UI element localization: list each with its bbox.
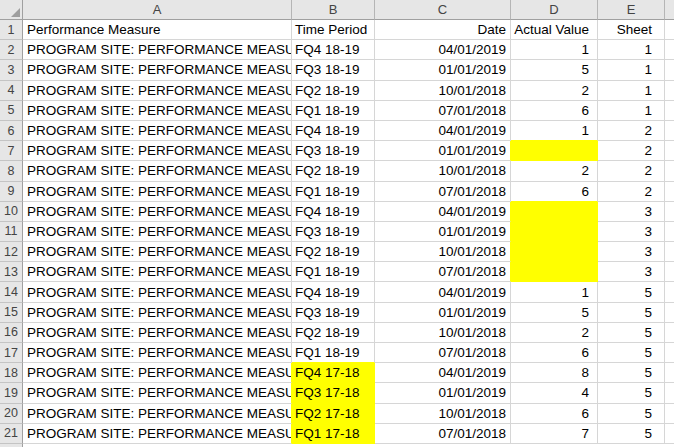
cell-A7[interactable]: PROGRAM SITE: PERFORMANCE MEASURE — [23, 141, 292, 161]
cell-C3[interactable]: 01/01/2019 — [375, 60, 511, 80]
cell-B4[interactable]: FQ2 18-19 — [292, 81, 375, 101]
cell-C21[interactable]: 07/01/2018 — [375, 424, 511, 444]
cell-C13[interactable]: 07/01/2018 — [375, 262, 511, 282]
cell-F17-partial[interactable] — [665, 343, 674, 363]
row-header-2[interactable]: 2 — [0, 40, 23, 60]
col-header-e[interactable]: E — [598, 0, 665, 20]
select-all-corner[interactable] — [0, 0, 23, 20]
cell-E8[interactable]: 2 — [598, 161, 665, 181]
cell-F5-partial[interactable] — [665, 101, 674, 121]
cell-A17[interactable]: PROGRAM SITE: PERFORMANCE MEASURE — [23, 343, 292, 363]
cell-C8[interactable]: 10/01/2018 — [375, 161, 511, 181]
cell-partial[interactable] — [511, 444, 598, 447]
row-header-8[interactable]: 8 — [0, 161, 23, 181]
cell-D13[interactable] — [511, 262, 598, 282]
cell-F6-partial[interactable] — [665, 121, 674, 141]
cell-D18[interactable]: 8 — [511, 363, 598, 383]
cell-D19[interactable]: 4 — [511, 383, 598, 403]
cell-F9-partial[interactable] — [665, 182, 674, 202]
cell-F11-partial[interactable] — [665, 222, 674, 242]
cell-B11[interactable]: FQ3 18-19 — [292, 222, 375, 242]
cell-B21[interactable]: FQ1 17-18 — [292, 424, 375, 444]
cell-D3[interactable]: 5 — [511, 60, 598, 80]
cell-E11[interactable]: 3 — [598, 222, 665, 242]
cell-A20[interactable]: PROGRAM SITE: PERFORMANCE MEASURE — [23, 404, 292, 424]
cell-D14[interactable]: 1 — [511, 282, 598, 302]
cell-E7[interactable]: 2 — [598, 141, 665, 161]
cell-C16[interactable]: 10/01/2018 — [375, 323, 511, 343]
row-header-11[interactable]: 11 — [0, 222, 23, 242]
cell-F2-partial[interactable] — [665, 40, 674, 60]
cell-A12[interactable]: PROGRAM SITE: PERFORMANCE MEASURE — [23, 242, 292, 262]
cell-D6[interactable]: 1 — [511, 121, 598, 141]
row-header-21[interactable]: 21 — [0, 424, 23, 444]
cell-B6[interactable]: FQ4 18-19 — [292, 121, 375, 141]
row-header-1[interactable]: 1 — [0, 20, 23, 40]
row-header-18[interactable]: 18 — [0, 363, 23, 383]
cell-A13[interactable]: PROGRAM SITE: PERFORMANCE MEASURE — [23, 262, 292, 282]
col-header-c[interactable]: C — [375, 0, 511, 20]
row-header-3[interactable]: 3 — [0, 60, 23, 80]
cell-A2[interactable]: PROGRAM SITE: PERFORMANCE MEASURE — [23, 40, 292, 60]
cell-C1[interactable]: Date — [375, 20, 511, 40]
row-header-6[interactable]: 6 — [0, 121, 23, 141]
cell-E1[interactable]: Sheet — [598, 20, 665, 40]
cell-A5[interactable]: PROGRAM SITE: PERFORMANCE MEASURE — [23, 101, 292, 121]
cell-F20-partial[interactable] — [665, 404, 674, 424]
row-header-19[interactable]: 19 — [0, 383, 23, 403]
cell-D9[interactable]: 6 — [511, 182, 598, 202]
cell-D10[interactable] — [511, 202, 598, 222]
cell-A19[interactable]: PROGRAM SITE: PERFORMANCE MEASURE — [23, 383, 292, 403]
row-header-9[interactable]: 9 — [0, 182, 23, 202]
cell-F21-partial[interactable] — [665, 424, 674, 444]
cell-C19[interactable]: 01/01/2019 — [375, 383, 511, 403]
cell-C11[interactable]: 01/01/2019 — [375, 222, 511, 242]
cell-F1-partial[interactable] — [665, 20, 674, 40]
cell-A10[interactable]: PROGRAM SITE: PERFORMANCE MEASURE — [23, 202, 292, 222]
col-header-b[interactable]: B — [292, 0, 375, 20]
cell-E12[interactable]: 3 — [598, 242, 665, 262]
cell-E2[interactable]: 1 — [598, 40, 665, 60]
cell-D20[interactable]: 6 — [511, 404, 598, 424]
cell-C5[interactable]: 07/01/2018 — [375, 101, 511, 121]
cell-B12[interactable]: FQ2 18-19 — [292, 242, 375, 262]
cell-partial[interactable] — [375, 444, 511, 447]
cell-A8[interactable]: PROGRAM SITE: PERFORMANCE MEASURE — [23, 161, 292, 181]
cell-B16[interactable]: FQ2 18-19 — [292, 323, 375, 343]
cell-C7[interactable]: 01/01/2019 — [375, 141, 511, 161]
cell-B9[interactable]: FQ1 18-19 — [292, 182, 375, 202]
cell-B13[interactable]: FQ1 18-19 — [292, 262, 375, 282]
cell-D4[interactable]: 2 — [511, 81, 598, 101]
cell-E4[interactable]: 1 — [598, 81, 665, 101]
cell-B20[interactable]: FQ2 17-18 — [292, 404, 375, 424]
cell-F13-partial[interactable] — [665, 262, 674, 282]
cell-E18[interactable]: 5 — [598, 363, 665, 383]
cell-A18[interactable]: PROGRAM SITE: PERFORMANCE MEASURE — [23, 363, 292, 383]
cell-partial[interactable] — [665, 444, 674, 447]
cell-A4[interactable]: PROGRAM SITE: PERFORMANCE MEASURE — [23, 81, 292, 101]
cell-B10[interactable]: FQ4 18-19 — [292, 202, 375, 222]
cell-E21[interactable]: 5 — [598, 424, 665, 444]
cell-A11[interactable]: PROGRAM SITE: PERFORMANCE MEASURE — [23, 222, 292, 242]
cell-C15[interactable]: 01/01/2019 — [375, 303, 511, 323]
cell-C12[interactable]: 10/01/2018 — [375, 242, 511, 262]
cell-A9[interactable]: PROGRAM SITE: PERFORMANCE MEASURE — [23, 182, 292, 202]
cell-F7-partial[interactable] — [665, 141, 674, 161]
cell-E13[interactable]: 3 — [598, 262, 665, 282]
row-header-17[interactable]: 17 — [0, 343, 23, 363]
cell-D11[interactable] — [511, 222, 598, 242]
row-header-16[interactable]: 16 — [0, 323, 23, 343]
cell-B18[interactable]: FQ4 17-18 — [292, 363, 375, 383]
row-header-4[interactable]: 4 — [0, 81, 23, 101]
cell-D12[interactable] — [511, 242, 598, 262]
cell-E9[interactable]: 2 — [598, 182, 665, 202]
cell-B5[interactable]: FQ1 18-19 — [292, 101, 375, 121]
cell-A16[interactable]: PROGRAM SITE: PERFORMANCE MEASURE — [23, 323, 292, 343]
cell-D8[interactable]: 2 — [511, 161, 598, 181]
cell-D5[interactable]: 6 — [511, 101, 598, 121]
col-header-d[interactable]: D — [511, 0, 598, 20]
cell-C9[interactable]: 07/01/2018 — [375, 182, 511, 202]
cell-C17[interactable]: 07/01/2018 — [375, 343, 511, 363]
row-header-10[interactable]: 10 — [0, 202, 23, 222]
row-header-22-partial[interactable] — [0, 444, 23, 447]
